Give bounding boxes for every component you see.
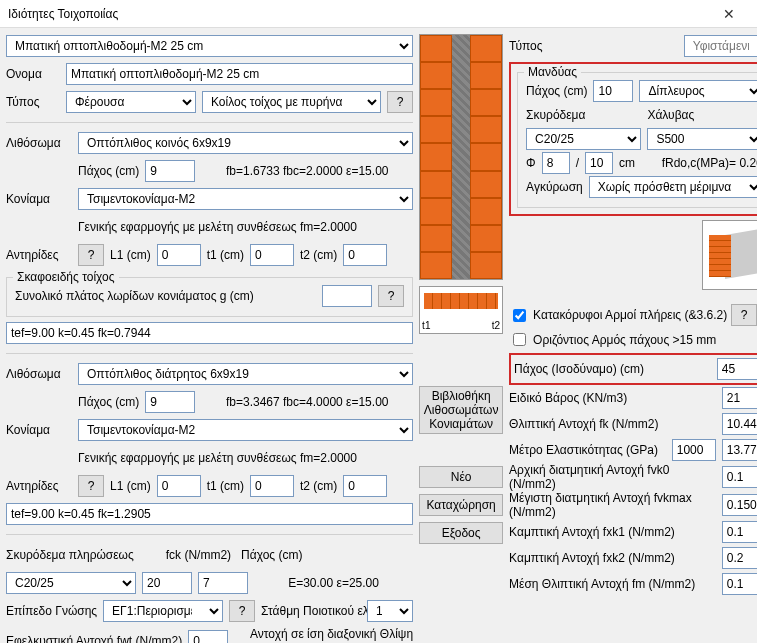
wall-select[interactable]: Μπατική οπτοπλιθοδομή-M2 25 cm: [6, 35, 413, 57]
qc-select[interactable]: 1: [367, 600, 413, 622]
strut-help-button-2[interactable]: ?: [78, 475, 104, 497]
fvkmax-label: Μέγιστη διατμητική Αντοχή fvkmax (N/mm2): [509, 491, 716, 519]
fvk0-field[interactable]: [722, 466, 757, 488]
phi-field[interactable]: [542, 152, 570, 174]
block-label-2: Λιθόσωμα: [6, 367, 72, 381]
phi-per-field[interactable]: [585, 152, 613, 174]
fill-label: Σκυρόδεμα πληρώσεως: [6, 548, 134, 562]
cm-label: cm: [619, 156, 635, 170]
fck-field[interactable]: [142, 572, 192, 594]
thick1-field[interactable]: [145, 160, 195, 182]
mortar2-select[interactable]: Τσιμεντοκονίαμα-M2: [78, 419, 413, 441]
jacket-side-select[interactable]: Δίπλευρος: [639, 80, 757, 102]
vault-sub-label: Συνολικό πλάτος λωρίδων κονιάματος g (cm…: [15, 289, 254, 303]
mortar1-select[interactable]: Τσιμεντοκονίαμα-M2: [78, 188, 413, 210]
knowledge-help-button[interactable]: ?: [229, 600, 255, 622]
l1-field[interactable]: [157, 244, 201, 266]
exit-button[interactable]: Εξοδος: [419, 522, 503, 544]
e2-field[interactable]: [722, 439, 757, 461]
t2-label: t2 (cm): [300, 248, 337, 262]
fck-label: fck (N/mm2): [166, 548, 231, 562]
l1-label: L1 (cm): [110, 248, 151, 262]
mortar-note: Γενικής εφαρμογής με μελέτη συνθέσεως fm…: [78, 220, 357, 234]
vault-help-button[interactable]: ?: [378, 285, 404, 307]
weight-label: Ειδικό Βάρος (KN/m3): [509, 391, 716, 405]
close-icon[interactable]: ✕: [709, 6, 749, 22]
new-button[interactable]: Νέο: [419, 466, 503, 488]
mortar-label-2: Κονίαμα: [6, 423, 72, 437]
fb1-text: fb=1.6733 fbc=2.0000 ε=15.00: [201, 164, 413, 178]
slash: /: [576, 156, 579, 170]
fill-thick-label: Πάχος (cm): [241, 548, 302, 562]
strut-label-2: Αντηρίδες: [6, 479, 72, 493]
fvkmax-field[interactable]: [722, 494, 757, 516]
mortar-note-2: Γενικής εφαρμογής με μελέτη συνθέσεως fm…: [78, 451, 357, 465]
section-t1-label: t1: [422, 320, 430, 331]
strut-help-button[interactable]: ?: [78, 244, 104, 266]
l1-label-2: L1 (cm): [110, 479, 151, 493]
block2-select[interactable]: Οπτόπλιθος διάτρητος 6x9x19: [78, 363, 413, 385]
fvk0-label: Αρχική διατμητική Αντοχή fvk0 (N/mm2): [509, 463, 716, 491]
fm-field[interactable]: [722, 573, 757, 595]
mortar-label: Κονίαμα: [6, 192, 72, 206]
wall-preview: [419, 34, 503, 280]
weight-field[interactable]: [722, 387, 757, 409]
thick-label: Πάχος (cm): [78, 164, 139, 178]
strut-label: Αντηρίδες: [6, 248, 72, 262]
type-select[interactable]: Φέρουσα: [66, 91, 196, 113]
jacket-thick-field[interactable]: [593, 80, 633, 102]
diag-label: Αντοχή σε ίση διαξονική Θλίψη (N/mm2): [234, 627, 413, 643]
jacket-legend: Μανδύας: [524, 65, 581, 79]
t1-label: t1 (cm): [207, 248, 244, 262]
fxk1-field[interactable]: [722, 521, 757, 543]
e-label: Μέτρο Ελαστικότητας (GPa): [509, 443, 666, 457]
e1-field[interactable]: [672, 439, 716, 461]
phi-label: Φ: [526, 156, 536, 170]
eq-thick-label: Πάχος (Ισοδύναμο) (cm): [514, 362, 711, 376]
fill-thick-field[interactable]: [198, 572, 248, 594]
save-button[interactable]: Καταχώρηση: [419, 494, 503, 516]
block1-select[interactable]: Οπτόπλιθος κοινός 6x9x19: [78, 132, 413, 154]
vertical-joints-help-button[interactable]: ?: [731, 304, 757, 326]
fxk2-field[interactable]: [722, 547, 757, 569]
t1-field[interactable]: [250, 244, 294, 266]
vault-g-field[interactable]: [322, 285, 372, 307]
t2-field[interactable]: [343, 244, 387, 266]
jacket-conc-select[interactable]: C20/25: [526, 128, 641, 150]
t1-label-2: t1 (cm): [207, 479, 244, 493]
slab-3d-preview: [702, 220, 757, 290]
library-button[interactable]: Βιβλιοθήκη Λιθοσωμάτων Κονιαμάτων: [419, 386, 503, 434]
jacket-thick-label: Πάχος (cm): [526, 84, 587, 98]
jacket-box: Μανδύας Πάχος (cm) Δίπλευρος Σκυρόδεμα Χ…: [509, 62, 757, 216]
tef1-field: [6, 322, 413, 344]
anchorage-select[interactable]: Χωρίς πρόσθετη μέριμνα: [589, 176, 757, 198]
window-title: Ιδιότητες Τοιχοποιίας: [8, 7, 709, 21]
fb2-text: fb=3.3467 fbc=4.0000 ε=15.00: [201, 395, 413, 409]
t1b-field[interactable]: [250, 475, 294, 497]
frdo-text: fRdo,c(MPa)= 0.26: [641, 156, 757, 170]
fwt-field[interactable]: [188, 630, 228, 643]
fill-select[interactable]: C20/25: [6, 572, 136, 594]
knowledge-select[interactable]: ΕΓ1:Περιορισμένη: [103, 600, 223, 622]
e-note: E=30.00 ε=25.00: [254, 576, 413, 590]
t2-label-2: t2 (cm): [300, 479, 337, 493]
anchorage-label: Αγκύρωση: [526, 180, 583, 194]
fxk2-label: Καμπτική Αντοχή fxk2 (N/mm2): [509, 551, 716, 565]
type-help-button[interactable]: ?: [387, 91, 413, 113]
horizontal-joint-label: Οριζόντιος Αρμός πάχους >15 mm: [533, 333, 716, 347]
l1b-field[interactable]: [157, 475, 201, 497]
vault-legend: Σκαφοειδής τοίχος: [13, 270, 119, 284]
jacket-steel-select[interactable]: S500: [647, 128, 757, 150]
t2b-field[interactable]: [343, 475, 387, 497]
thick2-field[interactable]: [145, 391, 195, 413]
right-type-select[interactable]: Υφιστάμενη: [684, 35, 757, 57]
horizontal-joint-checkbox[interactable]: [513, 333, 526, 346]
type2-select[interactable]: Κοίλος τοίχος με πυρήνα: [202, 91, 381, 113]
fk-field[interactable]: [722, 413, 757, 435]
name-field[interactable]: [66, 63, 413, 85]
fk-label: Θλιπτική Αντοχή fk (N/mm2): [509, 417, 716, 431]
fm-label: Μέση Θλιπτική Αντοχή fm (N/mm2): [509, 577, 716, 591]
eq-thick-field[interactable]: [717, 358, 757, 380]
vertical-joints-label: Κατακόρυφοι Αρμοί πλήρεις (&3.6.2): [533, 308, 727, 322]
vertical-joints-checkbox[interactable]: [513, 309, 526, 322]
